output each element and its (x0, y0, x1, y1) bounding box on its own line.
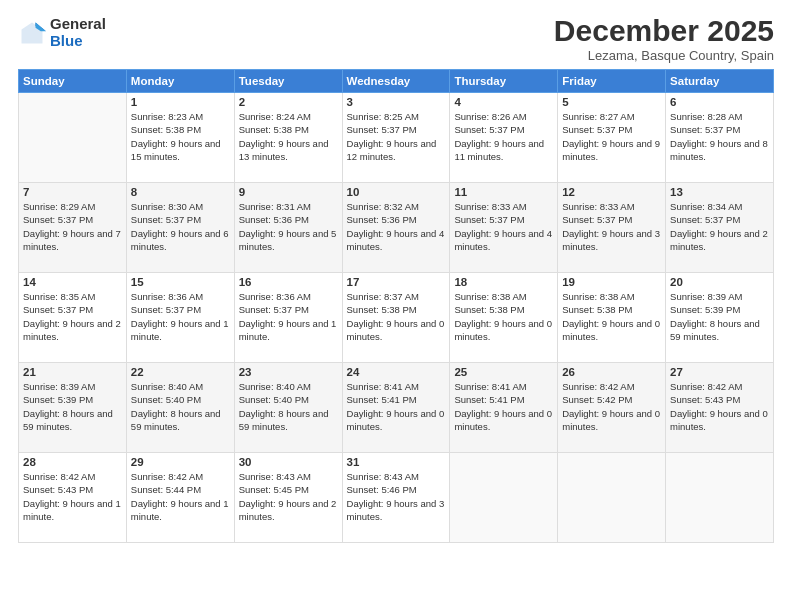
day-number: 25 (454, 366, 553, 378)
calendar-week-row: 21Sunrise: 8:39 AMSunset: 5:39 PMDayligh… (19, 363, 774, 453)
table-row: 9Sunrise: 8:31 AMSunset: 5:36 PMDaylight… (234, 183, 342, 273)
day-number: 7 (23, 186, 122, 198)
table-row: 20Sunrise: 8:39 AMSunset: 5:39 PMDayligh… (666, 273, 774, 363)
calendar-week-row: 1Sunrise: 8:23 AMSunset: 5:38 PMDaylight… (19, 93, 774, 183)
day-detail: Sunrise: 8:38 AMSunset: 5:38 PMDaylight:… (562, 290, 661, 343)
day-number: 21 (23, 366, 122, 378)
table-row: 16Sunrise: 8:36 AMSunset: 5:37 PMDayligh… (234, 273, 342, 363)
logo-blue: Blue (50, 32, 83, 49)
table-row (19, 93, 127, 183)
day-number: 27 (670, 366, 769, 378)
day-detail: Sunrise: 8:29 AMSunset: 5:37 PMDaylight:… (23, 200, 122, 253)
day-number: 26 (562, 366, 661, 378)
day-number: 20 (670, 276, 769, 288)
day-number: 9 (239, 186, 338, 198)
day-detail: Sunrise: 8:42 AMSunset: 5:44 PMDaylight:… (131, 470, 230, 523)
day-number: 22 (131, 366, 230, 378)
day-detail: Sunrise: 8:25 AMSunset: 5:37 PMDaylight:… (347, 110, 446, 163)
table-row: 28Sunrise: 8:42 AMSunset: 5:43 PMDayligh… (19, 453, 127, 543)
day-detail: Sunrise: 8:39 AMSunset: 5:39 PMDaylight:… (23, 380, 122, 433)
table-row: 10Sunrise: 8:32 AMSunset: 5:36 PMDayligh… (342, 183, 450, 273)
day-detail: Sunrise: 8:42 AMSunset: 5:43 PMDaylight:… (23, 470, 122, 523)
table-row: 30Sunrise: 8:43 AMSunset: 5:45 PMDayligh… (234, 453, 342, 543)
location: Lezama, Basque Country, Spain (554, 48, 774, 63)
title-block: December 2025 Lezama, Basque Country, Sp… (554, 16, 774, 63)
table-row: 23Sunrise: 8:40 AMSunset: 5:40 PMDayligh… (234, 363, 342, 453)
day-number: 31 (347, 456, 446, 468)
day-number: 17 (347, 276, 446, 288)
table-row: 29Sunrise: 8:42 AMSunset: 5:44 PMDayligh… (126, 453, 234, 543)
day-detail: Sunrise: 8:40 AMSunset: 5:40 PMDaylight:… (239, 380, 338, 433)
day-number: 14 (23, 276, 122, 288)
table-row: 12Sunrise: 8:33 AMSunset: 5:37 PMDayligh… (558, 183, 666, 273)
table-row: 13Sunrise: 8:34 AMSunset: 5:37 PMDayligh… (666, 183, 774, 273)
day-detail: Sunrise: 8:26 AMSunset: 5:37 PMDaylight:… (454, 110, 553, 163)
page: General Blue December 2025 Lezama, Basqu… (0, 0, 792, 612)
day-detail: Sunrise: 8:40 AMSunset: 5:40 PMDaylight:… (131, 380, 230, 433)
table-row: 5Sunrise: 8:27 AMSunset: 5:37 PMDaylight… (558, 93, 666, 183)
day-detail: Sunrise: 8:28 AMSunset: 5:37 PMDaylight:… (670, 110, 769, 163)
day-number: 11 (454, 186, 553, 198)
table-row: 14Sunrise: 8:35 AMSunset: 5:37 PMDayligh… (19, 273, 127, 363)
day-number: 2 (239, 96, 338, 108)
day-detail: Sunrise: 8:34 AMSunset: 5:37 PMDaylight:… (670, 200, 769, 253)
day-detail: Sunrise: 8:39 AMSunset: 5:39 PMDaylight:… (670, 290, 769, 343)
table-row: 1Sunrise: 8:23 AMSunset: 5:38 PMDaylight… (126, 93, 234, 183)
table-row: 3Sunrise: 8:25 AMSunset: 5:37 PMDaylight… (342, 93, 450, 183)
table-row (558, 453, 666, 543)
table-row: 26Sunrise: 8:42 AMSunset: 5:42 PMDayligh… (558, 363, 666, 453)
day-number: 10 (347, 186, 446, 198)
day-number: 12 (562, 186, 661, 198)
day-number: 30 (239, 456, 338, 468)
day-detail: Sunrise: 8:41 AMSunset: 5:41 PMDaylight:… (347, 380, 446, 433)
logo-text: General Blue (50, 16, 106, 49)
table-row: 11Sunrise: 8:33 AMSunset: 5:37 PMDayligh… (450, 183, 558, 273)
day-detail: Sunrise: 8:41 AMSunset: 5:41 PMDaylight:… (454, 380, 553, 433)
table-row: 8Sunrise: 8:30 AMSunset: 5:37 PMDaylight… (126, 183, 234, 273)
day-detail: Sunrise: 8:23 AMSunset: 5:38 PMDaylight:… (131, 110, 230, 163)
table-row: 18Sunrise: 8:38 AMSunset: 5:38 PMDayligh… (450, 273, 558, 363)
table-row: 15Sunrise: 8:36 AMSunset: 5:37 PMDayligh… (126, 273, 234, 363)
day-number: 5 (562, 96, 661, 108)
header-monday: Monday (126, 70, 234, 93)
header-saturday: Saturday (666, 70, 774, 93)
day-detail: Sunrise: 8:33 AMSunset: 5:37 PMDaylight:… (562, 200, 661, 253)
day-detail: Sunrise: 8:30 AMSunset: 5:37 PMDaylight:… (131, 200, 230, 253)
day-detail: Sunrise: 8:33 AMSunset: 5:37 PMDaylight:… (454, 200, 553, 253)
day-number: 4 (454, 96, 553, 108)
calendar-week-row: 28Sunrise: 8:42 AMSunset: 5:43 PMDayligh… (19, 453, 774, 543)
calendar-week-row: 14Sunrise: 8:35 AMSunset: 5:37 PMDayligh… (19, 273, 774, 363)
day-number: 15 (131, 276, 230, 288)
table-row: 4Sunrise: 8:26 AMSunset: 5:37 PMDaylight… (450, 93, 558, 183)
day-detail: Sunrise: 8:43 AMSunset: 5:45 PMDaylight:… (239, 470, 338, 523)
day-detail: Sunrise: 8:43 AMSunset: 5:46 PMDaylight:… (347, 470, 446, 523)
day-detail: Sunrise: 8:35 AMSunset: 5:37 PMDaylight:… (23, 290, 122, 343)
day-detail: Sunrise: 8:42 AMSunset: 5:43 PMDaylight:… (670, 380, 769, 433)
table-row: 19Sunrise: 8:38 AMSunset: 5:38 PMDayligh… (558, 273, 666, 363)
header-wednesday: Wednesday (342, 70, 450, 93)
weekday-header-row: Sunday Monday Tuesday Wednesday Thursday… (19, 70, 774, 93)
table-row: 2Sunrise: 8:24 AMSunset: 5:38 PMDaylight… (234, 93, 342, 183)
table-row: 27Sunrise: 8:42 AMSunset: 5:43 PMDayligh… (666, 363, 774, 453)
day-number: 23 (239, 366, 338, 378)
table-row (450, 453, 558, 543)
day-detail: Sunrise: 8:32 AMSunset: 5:36 PMDaylight:… (347, 200, 446, 253)
table-row: 6Sunrise: 8:28 AMSunset: 5:37 PMDaylight… (666, 93, 774, 183)
table-row (666, 453, 774, 543)
table-row: 24Sunrise: 8:41 AMSunset: 5:41 PMDayligh… (342, 363, 450, 453)
table-row: 21Sunrise: 8:39 AMSunset: 5:39 PMDayligh… (19, 363, 127, 453)
day-number: 13 (670, 186, 769, 198)
table-row: 25Sunrise: 8:41 AMSunset: 5:41 PMDayligh… (450, 363, 558, 453)
day-number: 8 (131, 186, 230, 198)
header-sunday: Sunday (19, 70, 127, 93)
header-thursday: Thursday (450, 70, 558, 93)
day-number: 29 (131, 456, 230, 468)
day-detail: Sunrise: 8:24 AMSunset: 5:38 PMDaylight:… (239, 110, 338, 163)
day-detail: Sunrise: 8:42 AMSunset: 5:42 PMDaylight:… (562, 380, 661, 433)
table-row: 31Sunrise: 8:43 AMSunset: 5:46 PMDayligh… (342, 453, 450, 543)
day-number: 3 (347, 96, 446, 108)
logo-icon (18, 19, 46, 47)
day-number: 24 (347, 366, 446, 378)
table-row: 7Sunrise: 8:29 AMSunset: 5:37 PMDaylight… (19, 183, 127, 273)
calendar-week-row: 7Sunrise: 8:29 AMSunset: 5:37 PMDaylight… (19, 183, 774, 273)
